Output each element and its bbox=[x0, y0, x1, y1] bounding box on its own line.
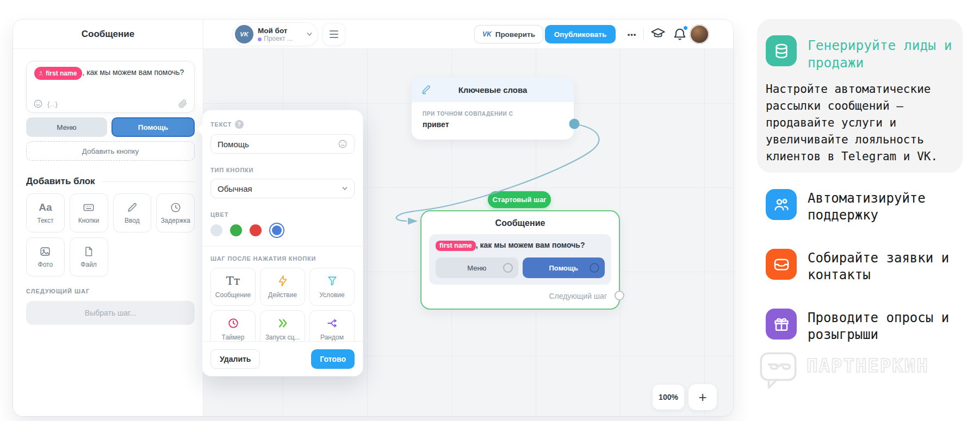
variables-icon[interactable]: {..} bbox=[47, 100, 58, 108]
block-tile-file[interactable]: Файл bbox=[70, 237, 108, 277]
message-text-editor[interactable]: first name , как мы можем вам помочь? {.… bbox=[26, 61, 195, 113]
funnel-icon bbox=[326, 274, 339, 287]
step-tile-condition[interactable]: Условие bbox=[309, 268, 355, 306]
step-label: Рандом bbox=[320, 334, 344, 341]
emoji-icon[interactable] bbox=[33, 99, 43, 109]
done-button[interactable]: Готово bbox=[311, 349, 355, 369]
person-icon bbox=[38, 71, 44, 76]
button-text-input[interactable]: Помощь bbox=[210, 134, 355, 154]
add-block-heading: Добавить блок bbox=[26, 176, 195, 187]
color-label: ЦВЕТ bbox=[210, 211, 355, 218]
promo-item-label: Проводите опросы и розыгрыши bbox=[808, 310, 952, 343]
promo-item-surveys: Проводите опросы и розыгрыши bbox=[757, 309, 963, 350]
promo-item-leads: Собирайте заявки и контакты bbox=[757, 249, 963, 291]
first-name-tag: first name bbox=[436, 241, 476, 251]
message-text: first name , как мы можем вам помочь? bbox=[34, 67, 187, 80]
topbar: VK Мой бот Проект ... VK Проверить Опубл… bbox=[203, 20, 733, 49]
message-node-title: Сообщение bbox=[421, 211, 619, 229]
help-icon[interactable]: ? bbox=[235, 120, 244, 129]
next-step-label: Следующий шаг bbox=[549, 292, 607, 300]
block-label: Ввод bbox=[125, 217, 140, 224]
keyboard-icon bbox=[83, 202, 95, 213]
zoom-level[interactable]: 100% bbox=[653, 385, 684, 410]
help-button-chip-selected[interactable]: Помощь bbox=[111, 117, 195, 137]
edit-pencil-icon bbox=[420, 84, 431, 95]
vk-check-icon: VK bbox=[482, 30, 492, 38]
lead-card-body: Настройте автоматические рассылки сообще… bbox=[766, 81, 957, 165]
first-name-tag[interactable]: first name bbox=[34, 67, 82, 80]
canvas-menu-button[interactable]: Меню bbox=[436, 257, 518, 278]
screenshot-stage: VK Мой бот Проект ... VK Проверить Опубл… bbox=[0, 0, 980, 421]
user-avatar[interactable] bbox=[690, 24, 709, 44]
message-node[interactable]: Сообщение first name, как мы можем вам п… bbox=[420, 210, 620, 310]
color-swatch-blue-selected[interactable] bbox=[269, 223, 284, 238]
canvas-menu-label: Меню bbox=[467, 264, 486, 272]
inbox-icon bbox=[766, 249, 797, 280]
text-field-label: ТЕКСТ ? bbox=[210, 120, 355, 129]
add-button-button[interactable]: Добавить кнопку bbox=[26, 141, 195, 161]
canvas-help-button[interactable]: Помощь bbox=[523, 257, 605, 278]
match-condition-label: ПРИ ТОЧНОМ СОВПАДЕНИИ С bbox=[423, 111, 563, 117]
button-settings-popup: ТЕКСТ ? Помощь ТИП КНОПКИ Обычная ЦВЕТ bbox=[202, 110, 363, 376]
bot-selector[interactable]: VK Мой бот Проект ... bbox=[233, 23, 318, 46]
gift-icon bbox=[766, 309, 797, 340]
menu-button-chip[interactable]: Меню bbox=[26, 117, 107, 137]
choose-step-button[interactable]: Выбрать шаг... bbox=[26, 301, 195, 325]
emoji-icon[interactable] bbox=[338, 139, 348, 149]
next-step-section-label: СЛЕДУЮЩИЙ ШАГ bbox=[26, 288, 90, 294]
button-type-select[interactable]: Обычная bbox=[210, 179, 355, 198]
start-step-badge[interactable]: Стартовый шаг bbox=[488, 191, 551, 208]
block-tile-delay[interactable]: Задержка bbox=[156, 193, 195, 233]
academy-button[interactable] bbox=[650, 27, 666, 42]
color-swatch-gray[interactable] bbox=[210, 224, 222, 236]
keyword-value: привет bbox=[423, 120, 563, 129]
vk-logo-icon: VK bbox=[235, 25, 253, 43]
block-tile-input[interactable]: Ввод bbox=[113, 193, 152, 233]
promo-panel: Генерируйте лиды и продажи Настройте авт… bbox=[757, 0, 980, 421]
lightning-icon bbox=[276, 274, 289, 287]
block-label: Файл bbox=[80, 261, 97, 268]
clock-icon bbox=[170, 202, 182, 213]
step-label: Таймер bbox=[222, 334, 245, 341]
step-label: Запуск сц... bbox=[265, 334, 300, 341]
keywords-node-header: Ключевые слова bbox=[412, 77, 574, 102]
message-node-text: first name, как мы можем вам помочь? bbox=[436, 241, 605, 251]
partnerkin-watermark: ПАРТНЕРКИН bbox=[807, 355, 929, 376]
more-options-button[interactable]: ••• bbox=[621, 25, 643, 43]
message-node-text-rest: , как мы можем вам помочь? bbox=[476, 241, 585, 249]
attachment-icon[interactable] bbox=[178, 99, 188, 109]
bot-selector-texts: Мой бот Проект ... bbox=[258, 26, 307, 43]
button-text-value: Помощь bbox=[218, 140, 338, 149]
keywords-node-title: Ключевые слова bbox=[458, 85, 528, 95]
next-step-port[interactable] bbox=[615, 291, 624, 300]
notifications-button[interactable] bbox=[672, 27, 687, 42]
help-button-port[interactable] bbox=[590, 263, 599, 273]
color-swatch-red[interactable] bbox=[250, 224, 262, 236]
canvas-help-label: Помощь bbox=[549, 264, 578, 272]
database-icon bbox=[766, 35, 797, 66]
color-swatch-green[interactable] bbox=[230, 224, 242, 236]
block-tile-buttons[interactable]: Кнопки bbox=[70, 193, 108, 233]
file-icon bbox=[83, 246, 95, 257]
menu-button-port[interactable] bbox=[503, 263, 513, 273]
partnerkin-logo-icon bbox=[758, 349, 799, 392]
lead-card-title: Генерируйте лиды и продажи bbox=[808, 37, 960, 72]
block-label: Текст bbox=[37, 217, 53, 224]
keywords-node[interactable]: Ключевые слова ПРИ ТОЧНОМ СОВПАДЕНИИ С п… bbox=[412, 77, 574, 140]
delete-button[interactable]: Удалить bbox=[210, 349, 260, 369]
zoom-in-button[interactable]: + bbox=[689, 384, 717, 410]
menu-button[interactable] bbox=[323, 23, 345, 45]
keywords-node-body: ПРИ ТОЧНОМ СОВПАДЕНИИ С привет bbox=[412, 102, 574, 140]
verify-button[interactable]: VK Проверить bbox=[474, 25, 543, 43]
step-tile-action[interactable]: Действие bbox=[260, 268, 305, 306]
sidebar-title: Сообщение bbox=[13, 20, 203, 49]
block-tile-photo[interactable]: Фото bbox=[26, 237, 65, 277]
graduation-cap-icon bbox=[650, 27, 666, 42]
tag-label: first name bbox=[46, 68, 77, 78]
block-tile-text[interactable]: Aa Текст bbox=[26, 193, 65, 233]
chevron-down-icon bbox=[342, 186, 348, 191]
branch-icon bbox=[326, 317, 339, 330]
step-tile-message[interactable]: Tт Сообщение bbox=[210, 268, 256, 306]
publish-button[interactable]: Опубликовать bbox=[545, 25, 616, 43]
text-icon: Aa bbox=[39, 202, 52, 213]
